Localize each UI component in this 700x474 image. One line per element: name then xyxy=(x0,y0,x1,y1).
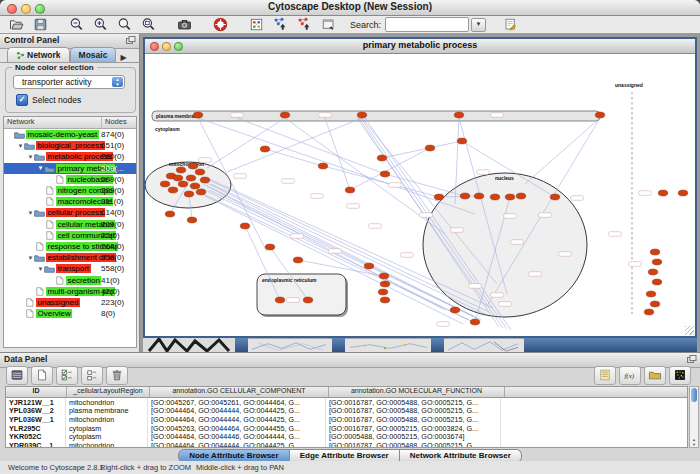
tree-row-unassigned[interactable]: unassigned223(0) xyxy=(4,297,136,308)
column-header-annotation.GO CELLULAR_COMPONENT[interactable]: annotation.GO CELLULAR_COMPONENT xyxy=(150,387,329,397)
layout-red-icon[interactable] xyxy=(293,17,315,33)
graph-edge[interactable] xyxy=(323,166,439,197)
tree-row-nitrogen-compo[interactable]: nitrogen compo209(0) xyxy=(4,185,136,196)
graph-node[interactable] xyxy=(160,181,170,187)
annotation-window-icon[interactable] xyxy=(317,17,339,33)
graph-node[interactable] xyxy=(454,112,464,118)
graph-edge[interactable] xyxy=(325,118,350,190)
graph-node[interactable] xyxy=(379,273,389,279)
graph-node[interactable] xyxy=(260,146,270,152)
snapshot-camera-icon[interactable] xyxy=(173,17,195,33)
tree-row-response-to-stimulu[interactable]: response to stimulu264(0) xyxy=(4,241,136,252)
graph-node[interactable] xyxy=(186,175,196,181)
graph-node[interactable] xyxy=(470,319,480,325)
graph-node[interactable] xyxy=(195,169,205,175)
graph-node[interactable] xyxy=(200,177,210,183)
zoom-in-icon[interactable] xyxy=(89,17,111,33)
column-header-_cellularLayoutRegion[interactable]: _cellularLayoutRegion xyxy=(67,387,150,397)
search-dropdown-icon[interactable]: ▼ xyxy=(471,18,486,32)
trash-icon[interactable] xyxy=(106,366,128,385)
graph-node[interactable] xyxy=(434,194,444,200)
zoom-selected-icon[interactable] xyxy=(137,17,159,33)
more-tabs-arrow-icon[interactable]: ▶ xyxy=(120,53,126,62)
resize-grip[interactable] xyxy=(685,326,694,335)
graph-node[interactable] xyxy=(650,249,660,255)
graph-node[interactable] xyxy=(516,193,526,199)
save-icon[interactable] xyxy=(29,17,51,33)
graph-node[interactable] xyxy=(184,191,194,197)
graph-node[interactable] xyxy=(652,259,662,265)
tree-row-cellular-metabol[interactable]: cellular metabol209(0) xyxy=(4,219,136,230)
table-row[interactable]: YKR052Ccytoplasm[GO:0044464, GO:0044446,… xyxy=(6,432,687,441)
graph-node[interactable] xyxy=(165,211,175,217)
background-windows-strip[interactable] xyxy=(143,338,697,352)
table-grid-icon[interactable] xyxy=(6,366,28,385)
graph-node[interactable] xyxy=(450,307,460,313)
graph-node[interactable] xyxy=(652,279,662,285)
list-icon[interactable] xyxy=(594,366,616,385)
graph-node[interactable] xyxy=(265,244,275,250)
graph-node[interactable] xyxy=(377,155,387,161)
graph-node[interactable] xyxy=(457,138,467,144)
graphics-details-icon[interactable] xyxy=(245,17,267,33)
titlebar[interactable]: Cytoscape Desktop (New Session) xyxy=(0,0,700,16)
graph-node[interactable] xyxy=(168,187,178,193)
graph-node[interactable] xyxy=(345,187,355,193)
tree-row-primary-metabo[interactable]: ▼primary metabo209(... xyxy=(4,163,136,174)
graph-node[interactable] xyxy=(460,193,470,199)
graph-node[interactable] xyxy=(425,145,435,151)
scrollbar-arrows-icon[interactable]: ▲▼ xyxy=(690,437,698,447)
network-view-titlebar[interactable]: primary metabolic process xyxy=(145,39,695,54)
tree-col-network[interactable]: Network xyxy=(4,117,102,128)
expand-arrow-icon[interactable]: ▼ xyxy=(37,165,44,171)
tree-row-establishment-of-lo[interactable]: ▼establishment of lo558(0) xyxy=(4,252,136,263)
graph-node[interactable] xyxy=(293,257,303,263)
expand-arrow-icon[interactable]: ▼ xyxy=(17,143,24,149)
select-nodes-checkbox[interactable]: ✓ Select nodes xyxy=(16,94,81,106)
graph-node[interactable] xyxy=(380,297,390,303)
tree-col-nodes[interactable]: Nodes xyxy=(102,117,127,128)
folder-icon[interactable] xyxy=(644,366,666,385)
graph-node[interactable] xyxy=(187,217,197,223)
tree-row-macromolecule[interactable]: macromolecule311(0) xyxy=(4,196,136,207)
column-header-ID[interactable]: ID xyxy=(6,387,67,397)
tree-row-mosaic-demo-yeast[interactable]: mosaic-demo-yeast874(0) xyxy=(4,129,136,140)
graph-node[interactable] xyxy=(648,269,658,275)
graph-node[interactable] xyxy=(646,291,656,297)
tree-row-nucleobase-[interactable]: nucleobase-209(0) xyxy=(4,174,136,185)
search-config-icon[interactable] xyxy=(499,17,521,33)
new-doc-icon[interactable] xyxy=(31,366,53,385)
graph-node[interactable] xyxy=(178,181,188,187)
column-header-annotation.GO MOLECULAR_FUNCTION[interactable]: annotation.GO MOLECULAR_FUNCTION xyxy=(329,387,505,397)
zoom-out-icon[interactable] xyxy=(65,17,87,33)
table-row[interactable]: YJR121W__1mitochondrion[GO:0045267, GO:0… xyxy=(6,398,687,407)
graph-node[interactable] xyxy=(280,112,290,118)
layout-blue-icon[interactable] xyxy=(269,17,291,33)
graph-node[interactable] xyxy=(378,289,388,295)
tree-row-cellular-process[interactable]: ▼cellular process614(0) xyxy=(4,207,136,218)
graph-node[interactable] xyxy=(176,167,186,173)
table-row[interactable]: YLR295Ccytoplasm[GO:0045263, GO:0044464,… xyxy=(6,424,687,433)
graph-node[interactable] xyxy=(173,175,183,181)
float-panel-icon[interactable] xyxy=(126,36,136,44)
graph-node[interactable] xyxy=(650,301,660,307)
graph-node[interactable] xyxy=(196,189,206,195)
table-row[interactable]: YPL036W__2plasma membrane[GO:0044464, GO… xyxy=(6,407,687,416)
graph-node[interactable] xyxy=(380,281,390,287)
graph-node[interactable] xyxy=(474,193,484,199)
graph-node[interactable] xyxy=(550,194,560,200)
scrollbar-thumb[interactable] xyxy=(691,388,697,402)
graph-node[interactable] xyxy=(193,112,203,118)
column-header-empty[interactable] xyxy=(505,387,687,397)
network-canvas[interactable]: plasma membranecytoplasmmitochondrionnuc… xyxy=(145,54,695,336)
graph-node[interactable] xyxy=(505,194,515,200)
graph-node[interactable] xyxy=(303,297,313,303)
expand-arrow-icon[interactable]: ▼ xyxy=(37,266,44,272)
graph-edge[interactable] xyxy=(382,141,462,158)
open-folder-icon[interactable] xyxy=(5,17,27,33)
tree-row-biological-process[interactable]: ▼biological_process651(0) xyxy=(4,140,136,151)
graph-node[interactable] xyxy=(240,223,250,229)
graph-edge[interactable] xyxy=(227,118,362,172)
graph-node[interactable] xyxy=(490,194,500,200)
tree-row-transport[interactable]: ▼transport558(0) xyxy=(4,263,136,274)
